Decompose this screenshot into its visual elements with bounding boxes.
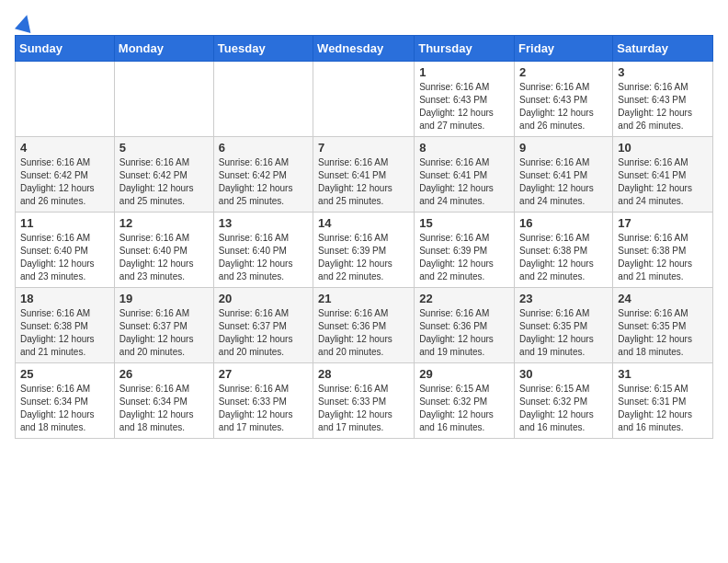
day-info: Sunrise: 6:16 AM Sunset: 6:38 PM Dayligh… [519, 232, 608, 283]
day-number: 18 [20, 292, 109, 305]
calendar-week-row: 4Sunrise: 6:16 AM Sunset: 6:42 PM Daylig… [16, 137, 713, 213]
calendar-day-cell [313, 62, 415, 137]
calendar-day-cell: 29Sunrise: 6:15 AM Sunset: 6:32 PM Dayli… [415, 363, 515, 439]
day-info: Sunrise: 6:16 AM Sunset: 6:41 PM Dayligh… [318, 156, 409, 208]
weekday-header-wednesday: Wednesday [313, 36, 415, 62]
calendar-day-cell: 25Sunrise: 6:16 AM Sunset: 6:34 PM Dayli… [16, 363, 115, 439]
day-info: Sunrise: 6:15 AM Sunset: 6:31 PM Dayligh… [618, 383, 708, 434]
day-info: Sunrise: 6:16 AM Sunset: 6:36 PM Dayligh… [419, 307, 509, 359]
calendar-day-cell: 11Sunrise: 6:16 AM Sunset: 6:40 PM Dayli… [16, 213, 115, 288]
day-number: 12 [119, 216, 209, 230]
day-info: Sunrise: 6:15 AM Sunset: 6:32 PM Dayligh… [519, 383, 608, 434]
calendar-day-cell: 30Sunrise: 6:15 AM Sunset: 6:32 PM Dayli… [515, 363, 613, 439]
calendar-day-cell: 10Sunrise: 6:16 AM Sunset: 6:41 PM Dayli… [613, 137, 713, 213]
day-number: 31 [618, 367, 708, 381]
day-info: Sunrise: 6:16 AM Sunset: 6:38 PM Dayligh… [618, 232, 708, 283]
day-number: 8 [419, 141, 509, 155]
logo-triangle-icon [15, 13, 35, 33]
day-number: 16 [519, 216, 608, 230]
calendar-day-cell: 15Sunrise: 6:16 AM Sunset: 6:39 PM Dayli… [415, 213, 515, 288]
calendar-day-cell: 9Sunrise: 6:16 AM Sunset: 6:41 PM Daylig… [515, 137, 613, 213]
day-number: 21 [318, 292, 409, 305]
calendar-week-row: 25Sunrise: 6:16 AM Sunset: 6:34 PM Dayli… [16, 363, 713, 439]
calendar-day-cell: 21Sunrise: 6:16 AM Sunset: 6:36 PM Dayli… [313, 288, 415, 363]
page-header [15, 15, 713, 24]
day-info: Sunrise: 6:16 AM Sunset: 6:35 PM Dayligh… [519, 307, 608, 359]
calendar-day-cell: 13Sunrise: 6:16 AM Sunset: 6:40 PM Dayli… [213, 213, 313, 288]
day-info: Sunrise: 6:16 AM Sunset: 6:38 PM Dayligh… [20, 307, 109, 359]
day-info: Sunrise: 6:16 AM Sunset: 6:40 PM Dayligh… [20, 232, 109, 283]
day-info: Sunrise: 6:16 AM Sunset: 6:40 PM Dayligh… [219, 232, 308, 283]
day-number: 2 [519, 65, 608, 79]
day-info: Sunrise: 6:16 AM Sunset: 6:36 PM Dayligh… [318, 307, 409, 359]
weekday-header-sunday: Sunday [16, 36, 115, 62]
day-number: 11 [20, 216, 109, 230]
day-info: Sunrise: 6:16 AM Sunset: 6:33 PM Dayligh… [318, 383, 409, 434]
day-number: 3 [618, 65, 708, 79]
day-number: 4 [20, 141, 109, 155]
day-info: Sunrise: 6:16 AM Sunset: 6:42 PM Dayligh… [219, 156, 308, 208]
day-number: 23 [519, 292, 608, 305]
day-number: 27 [219, 367, 308, 381]
calendar-day-cell: 16Sunrise: 6:16 AM Sunset: 6:38 PM Dayli… [515, 213, 613, 288]
day-info: Sunrise: 6:16 AM Sunset: 6:33 PM Dayligh… [219, 383, 308, 434]
day-info: Sunrise: 6:16 AM Sunset: 6:42 PM Dayligh… [20, 156, 109, 208]
calendar-day-cell: 23Sunrise: 6:16 AM Sunset: 6:35 PM Dayli… [515, 288, 613, 363]
day-info: Sunrise: 6:16 AM Sunset: 6:39 PM Dayligh… [318, 232, 409, 283]
day-info: Sunrise: 6:16 AM Sunset: 6:43 PM Dayligh… [519, 81, 608, 132]
day-number: 9 [519, 141, 608, 155]
day-number: 15 [419, 216, 509, 230]
day-info: Sunrise: 6:16 AM Sunset: 6:41 PM Dayligh… [618, 156, 708, 208]
day-info: Sunrise: 6:16 AM Sunset: 6:34 PM Dayligh… [20, 383, 109, 434]
calendar-day-cell: 31Sunrise: 6:15 AM Sunset: 6:31 PM Dayli… [613, 363, 713, 439]
day-number: 6 [219, 141, 308, 155]
weekday-header-tuesday: Tuesday [213, 36, 313, 62]
calendar-day-cell: 20Sunrise: 6:16 AM Sunset: 6:37 PM Dayli… [213, 288, 313, 363]
day-info: Sunrise: 6:16 AM Sunset: 6:43 PM Dayligh… [419, 81, 509, 132]
weekday-header-row: SundayMondayTuesdayWednesdayThursdayFrid… [16, 36, 713, 62]
calendar-day-cell: 27Sunrise: 6:16 AM Sunset: 6:33 PM Dayli… [213, 363, 313, 439]
calendar-week-row: 1Sunrise: 6:16 AM Sunset: 6:43 PM Daylig… [16, 62, 713, 137]
day-number: 19 [119, 292, 209, 305]
day-number: 20 [219, 292, 308, 305]
calendar-day-cell: 3Sunrise: 6:16 AM Sunset: 6:43 PM Daylig… [613, 62, 713, 137]
calendar-day-cell: 12Sunrise: 6:16 AM Sunset: 6:40 PM Dayli… [114, 213, 213, 288]
day-info: Sunrise: 6:16 AM Sunset: 6:34 PM Dayligh… [119, 383, 209, 434]
day-number: 25 [20, 367, 109, 381]
weekday-header-thursday: Thursday [415, 36, 515, 62]
day-info: Sunrise: 6:16 AM Sunset: 6:40 PM Dayligh… [119, 232, 209, 283]
day-info: Sunrise: 6:16 AM Sunset: 6:41 PM Dayligh… [519, 156, 608, 208]
weekday-header-saturday: Saturday [613, 36, 713, 62]
day-info: Sunrise: 6:16 AM Sunset: 6:41 PM Dayligh… [419, 156, 509, 208]
day-number: 22 [419, 292, 509, 305]
day-number: 24 [618, 292, 708, 305]
calendar-day-cell: 28Sunrise: 6:16 AM Sunset: 6:33 PM Dayli… [313, 363, 415, 439]
day-number: 1 [419, 65, 509, 79]
day-number: 7 [318, 141, 409, 155]
calendar-table: SundayMondayTuesdayWednesdayThursdayFrid… [15, 35, 713, 439]
calendar-day-cell: 7Sunrise: 6:16 AM Sunset: 6:41 PM Daylig… [313, 137, 415, 213]
day-info: Sunrise: 6:16 AM Sunset: 6:43 PM Dayligh… [618, 81, 708, 132]
day-info: Sunrise: 6:16 AM Sunset: 6:39 PM Dayligh… [419, 232, 509, 283]
calendar-day-cell [16, 62, 115, 137]
day-info: Sunrise: 6:16 AM Sunset: 6:37 PM Dayligh… [219, 307, 308, 359]
calendar-day-cell: 8Sunrise: 6:16 AM Sunset: 6:41 PM Daylig… [415, 137, 515, 213]
calendar-day-cell [213, 62, 313, 137]
calendar-day-cell: 19Sunrise: 6:16 AM Sunset: 6:37 PM Dayli… [114, 288, 213, 363]
calendar-day-cell [114, 62, 213, 137]
weekday-header-friday: Friday [515, 36, 613, 62]
calendar-day-cell: 14Sunrise: 6:16 AM Sunset: 6:39 PM Dayli… [313, 213, 415, 288]
weekday-header-monday: Monday [114, 36, 213, 62]
logo [15, 15, 33, 24]
day-number: 10 [618, 141, 708, 155]
calendar-week-row: 18Sunrise: 6:16 AM Sunset: 6:38 PM Dayli… [16, 288, 713, 363]
day-info: Sunrise: 6:16 AM Sunset: 6:42 PM Dayligh… [119, 156, 209, 208]
calendar-day-cell: 22Sunrise: 6:16 AM Sunset: 6:36 PM Dayli… [415, 288, 515, 363]
day-number: 30 [519, 367, 608, 381]
day-number: 29 [419, 367, 509, 381]
calendar-day-cell: 17Sunrise: 6:16 AM Sunset: 6:38 PM Dayli… [613, 213, 713, 288]
day-number: 28 [318, 367, 409, 381]
day-info: Sunrise: 6:16 AM Sunset: 6:35 PM Dayligh… [618, 307, 708, 359]
day-info: Sunrise: 6:16 AM Sunset: 6:37 PM Dayligh… [119, 307, 209, 359]
day-number: 13 [219, 216, 308, 230]
